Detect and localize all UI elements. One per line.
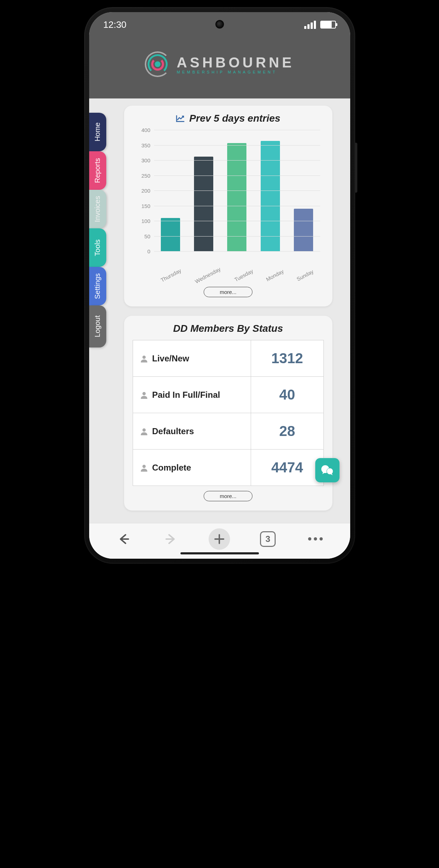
y-tick: 0 <box>147 248 150 254</box>
chart-bar[interactable] <box>161 218 180 252</box>
entries-card: Prev 5 days entries 05010015020025030035… <box>124 106 332 306</box>
y-tick: 250 <box>141 172 150 178</box>
status-label-cell: Defaulters <box>133 413 251 450</box>
y-tick: 200 <box>141 188 150 194</box>
chart-bar[interactable] <box>261 141 280 251</box>
front-camera <box>215 20 224 29</box>
svg-point-5 <box>327 468 333 474</box>
svg-point-2 <box>142 428 146 431</box>
table-row: Paid In Full/Final40 <box>133 377 323 413</box>
phone-frame: 12:30 <box>84 7 355 564</box>
y-tick: 350 <box>141 142 150 148</box>
x-label: Sunday <box>296 268 315 282</box>
x-label: Thursday <box>159 267 182 283</box>
plus-icon <box>213 533 226 545</box>
app-header: ASHBOURNE MEMBERSHIP MANAGEMENT <box>89 37 350 98</box>
status-label: Complete <box>152 463 191 473</box>
x-label: Monday <box>265 268 285 282</box>
dd-status-card: DD Members By Status Live/New1312Paid In… <box>124 316 332 511</box>
y-tick: 100 <box>141 218 150 224</box>
signal-icon <box>304 21 316 29</box>
brand-name: ASHBOURNE <box>177 55 295 71</box>
sidebar-item-label: Tools <box>93 239 102 256</box>
arrow-right-icon <box>164 532 178 546</box>
dd-status-title: DD Members By Status <box>133 323 324 334</box>
entries-more-button[interactable]: more... <box>204 287 252 297</box>
tab-count-badge: 3 <box>260 531 276 547</box>
browser-tabs-button[interactable]: 3 <box>258 529 278 549</box>
more-horizontal-icon <box>308 537 323 540</box>
sidebar-item-label: Home <box>93 122 102 141</box>
status-label-cell: Complete <box>133 450 251 486</box>
chat-fab[interactable] <box>315 458 340 482</box>
home-indicator[interactable] <box>180 552 259 554</box>
person-icon <box>140 355 148 362</box>
status-label: Live/New <box>152 354 189 364</box>
status-value: 1312 <box>251 340 323 377</box>
status-label-cell: Paid In Full/Final <box>133 377 251 413</box>
entries-bar-chart: 050100150200250300350400 ThursdayWednesd… <box>136 130 320 265</box>
svg-point-3 <box>142 465 146 468</box>
status-label-cell: Live/New <box>133 340 251 377</box>
clock: 12:30 <box>103 19 127 30</box>
browser-forward-button[interactable] <box>161 529 181 549</box>
chat-bubbles-icon <box>320 463 335 477</box>
sidebar-item-reports[interactable]: Reports <box>89 151 106 190</box>
x-label: Wednesday <box>194 266 222 284</box>
status-label: Defaulters <box>152 426 194 436</box>
person-icon <box>140 391 148 399</box>
sidebar-item-tools[interactable]: Tools <box>89 228 106 267</box>
sidebar-item-label: Settings <box>93 273 102 299</box>
table-row: Live/New1312 <box>133 340 323 377</box>
chart-bar[interactable] <box>294 209 313 251</box>
logo-mark-icon <box>145 51 170 77</box>
sidebar-item-invoices[interactable]: Invoices <box>89 190 106 228</box>
status-label: Paid In Full/Final <box>152 390 220 400</box>
y-tick: 300 <box>141 157 150 163</box>
y-tick: 50 <box>144 233 150 239</box>
svg-point-1 <box>142 392 146 395</box>
browser-back-button[interactable] <box>113 529 133 549</box>
dd-status-table: Live/New1312Paid In Full/Final40Defaulte… <box>133 340 324 486</box>
browser-menu-button[interactable] <box>306 529 326 549</box>
y-tick: 400 <box>141 127 150 133</box>
svg-point-0 <box>142 355 146 359</box>
table-row: Defaulters28 <box>133 413 323 450</box>
sidebar-item-home[interactable]: Home <box>89 113 106 151</box>
dd-status-more-button[interactable]: more... <box>204 491 252 501</box>
battery-icon <box>320 21 336 29</box>
x-label: Tuesday <box>233 268 254 283</box>
side-tabs: Home Reports Invoices Tools Settings Log… <box>89 113 106 347</box>
sidebar-item-logout[interactable]: Logout <box>89 305 106 347</box>
browser-new-tab-button[interactable] <box>209 528 230 550</box>
phone-side-button <box>355 143 357 193</box>
status-value: 28 <box>251 413 323 450</box>
arrow-left-icon <box>116 532 131 546</box>
y-tick: 150 <box>141 203 150 209</box>
line-chart-icon <box>176 115 185 122</box>
sidebar-item-label: Reports <box>93 158 102 183</box>
sidebar-item-settings[interactable]: Settings <box>89 267 106 305</box>
person-icon <box>140 427 148 435</box>
chart-bar[interactable] <box>227 143 246 251</box>
sidebar-item-label: Invoices <box>93 196 102 222</box>
entries-card-title: Prev 5 days entries <box>133 113 324 124</box>
brand-logo: ASHBOURNE MEMBERSHIP MANAGEMENT <box>145 51 295 77</box>
status-value: 40 <box>251 377 323 413</box>
chart-bar[interactable] <box>194 157 213 251</box>
brand-tagline: MEMBERSHIP MANAGEMENT <box>177 70 295 74</box>
table-row: Complete4474 <box>133 450 323 486</box>
sidebar-item-label: Logout <box>93 315 102 337</box>
person-icon <box>140 464 148 472</box>
main-scroll[interactable]: Prev 5 days entries 05010015020025030035… <box>113 98 343 523</box>
status-value: 4474 <box>251 450 323 486</box>
